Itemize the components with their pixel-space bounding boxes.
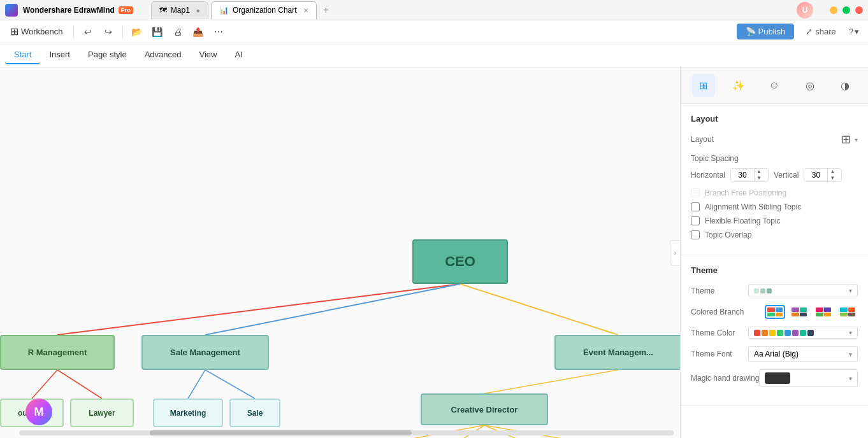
theme-font-select[interactable]: Aa Arial (Big) ▾	[748, 346, 858, 362]
node-lawyer[interactable]: Lawyer	[70, 399, 134, 427]
menu-advanced[interactable]: Advanced	[136, 46, 191, 64]
minimize-button[interactable]	[830, 6, 837, 14]
alignment-label: Alignment With Sibling Topic	[705, 202, 801, 211]
horizontal-label: Horizontal	[691, 171, 725, 180]
main-area: CEO R Management Sale Management Event M…	[0, 67, 868, 438]
cb-option-4[interactable]	[837, 305, 858, 319]
node-marketing[interactable]: Marketing	[153, 399, 223, 427]
panel-collapse-button[interactable]: ›	[670, 240, 680, 265]
menu-ai[interactable]: AI	[226, 46, 251, 64]
redo-button[interactable]: ↪	[99, 23, 117, 41]
alignment-row: Alignment With Sibling Topic	[691, 202, 858, 211]
toolbar-separator-1	[73, 25, 74, 38]
publish-label: Publish	[758, 27, 786, 36]
workbench-button[interactable]: ⊞ Workbench	[5, 23, 68, 40]
menu-view[interactable]: View	[191, 46, 226, 64]
flexible-checkbox[interactable]	[691, 216, 700, 225]
layout-label: Layout	[691, 135, 748, 144]
node-sale[interactable]: Sale	[229, 399, 280, 427]
cb-cell	[792, 307, 799, 312]
svg-line-3	[32, 370, 57, 399]
vertical-arrows: ▲ ▼	[827, 169, 837, 181]
vertical-value-field[interactable]	[804, 169, 827, 181]
menu-pagestyle[interactable]: Page style	[79, 46, 136, 64]
svg-line-1	[205, 284, 460, 335]
export-button[interactable]: 📤	[189, 23, 207, 41]
map1-icon: 🗺	[159, 6, 167, 15]
theme-color-palette[interactable]: ▾	[748, 327, 858, 339]
close-button[interactable]	[855, 6, 863, 14]
layout-dropdown-arrow: ▾	[855, 136, 858, 143]
vertical-down[interactable]: ▼	[828, 175, 837, 181]
canvas-horizontal-scrollbar[interactable]	[19, 430, 674, 435]
menu-start[interactable]: Start	[5, 46, 40, 64]
horizontal-up[interactable]: ▲	[755, 169, 763, 175]
theme-dot-1	[754, 288, 759, 293]
swatch-blue	[785, 330, 791, 336]
swatch-red	[754, 330, 760, 336]
branch-free-label: Branch Free Positioning	[705, 188, 786, 197]
node-hr-management[interactable]: R Management	[0, 335, 115, 370]
panel-icon-magic[interactable]: ✨	[727, 74, 750, 97]
theme-color-label: Theme Color	[691, 328, 748, 337]
cb-cell	[840, 307, 848, 312]
magic-draw-arrow: ▾	[849, 375, 852, 382]
help-button[interactable]: ? ▾	[845, 24, 863, 39]
overlap-checkbox[interactable]	[691, 230, 700, 239]
panel-icon-clock[interactable]: ◑	[834, 74, 857, 97]
alignment-checkbox[interactable]	[691, 202, 700, 211]
maximize-button[interactable]	[843, 6, 850, 14]
theme-label: Theme	[691, 286, 748, 295]
title-bar: Wondershare EdrawMind Pro 🗺 Map1 ● 📊 Org…	[0, 0, 868, 20]
horizontal-down[interactable]: ▼	[755, 175, 763, 181]
share-button[interactable]: ⤢ share	[800, 24, 841, 39]
tab-orgchart-close[interactable]: ✕	[303, 7, 308, 14]
swatch-purple	[792, 330, 799, 336]
vertical-up[interactable]: ▲	[828, 169, 837, 175]
panel-icon-theme[interactable]: ◎	[799, 74, 821, 97]
theme-dropdown[interactable]: ▾	[748, 284, 858, 297]
vertical-input[interactable]: ▲ ▼	[804, 168, 842, 182]
cb-option-1[interactable]	[765, 305, 785, 319]
cb-option-2[interactable]	[789, 305, 809, 319]
app-logo: M	[25, 399, 52, 425]
theme-section-title: Theme	[691, 265, 858, 275]
node-event-management[interactable]: Event Managem...	[554, 335, 680, 370]
tab-orgchart[interactable]: 📊 Organization Chart ✕	[211, 1, 317, 19]
canvas[interactable]: CEO R Management Sale Management Event M…	[0, 67, 680, 438]
layout-select[interactable]: ⊞ ▾	[748, 132, 858, 146]
open-button[interactable]: 📂	[128, 23, 146, 41]
panel-icon-emoji[interactable]: ☺	[763, 74, 786, 97]
node-creative-director[interactable]: Creative Director	[421, 393, 548, 425]
publish-icon: 📡	[746, 27, 756, 36]
tab-map1-close[interactable]: ●	[196, 7, 200, 14]
theme-dot-3	[767, 288, 772, 293]
font-value: Aa Arial (Big)	[754, 350, 799, 358]
chevron-right-icon: ›	[674, 250, 676, 257]
scrollbar-thumb[interactable]	[150, 430, 412, 435]
theme-dot-2	[760, 288, 765, 293]
magic-hand-select[interactable]: ▾	[759, 369, 858, 387]
svg-line-0	[57, 284, 460, 335]
cb-option-3[interactable]	[813, 305, 834, 319]
swatch-green	[777, 330, 783, 336]
save-button[interactable]: 💾	[148, 23, 166, 41]
undo-button[interactable]: ↩	[79, 23, 97, 41]
dropdown-arrow: ▾	[855, 27, 859, 36]
branch-free-checkbox[interactable]	[691, 188, 700, 197]
cb-cell	[816, 313, 823, 317]
menu-insert[interactable]: Insert	[40, 46, 79, 64]
print-button[interactable]: 🖨	[169, 23, 187, 41]
horizontal-arrows: ▲ ▼	[754, 169, 763, 181]
tab-map1[interactable]: 🗺 Map1 ●	[151, 1, 208, 19]
node-sale-management[interactable]: Sale Management	[141, 335, 269, 370]
more-button[interactable]: ⋯	[210, 23, 228, 41]
horizontal-input[interactable]: ▲ ▼	[730, 168, 769, 182]
cb-cell	[800, 313, 807, 317]
publish-button[interactable]: 📡 Publish	[737, 24, 795, 39]
tab-add-button[interactable]: +	[319, 4, 333, 16]
horizontal-value-field[interactable]	[731, 169, 754, 181]
node-ceo[interactable]: CEO	[412, 239, 508, 284]
panel-icon-layout[interactable]: ⊞	[692, 74, 715, 97]
theme-preview	[754, 288, 772, 293]
